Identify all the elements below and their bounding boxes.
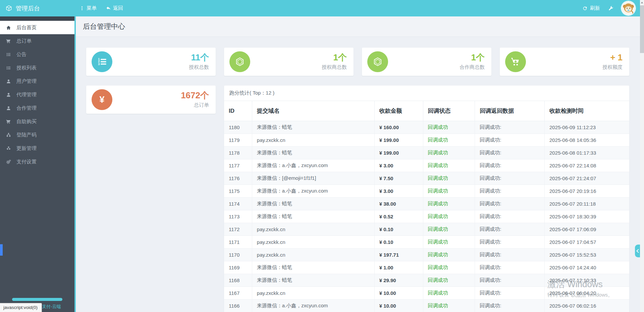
gem-icon <box>229 51 250 72</box>
table-row: 1174来源微信：蜡笔¥ 38.00回调成功回调成功:2025-06-07 20… <box>224 198 629 210</box>
back-button[interactable]: 返回 <box>106 5 123 11</box>
stats-panel: 跑分统计( Top：12 ) ID提交域名收款金额回调状态回调返回数据收款检测时… <box>224 86 629 312</box>
cell-domain: 来源微信：蜡笔 <box>252 121 374 134</box>
cell-time: 2025-06-07 22:14:08 <box>544 159 629 172</box>
cart-plus-icon <box>505 51 526 72</box>
avatar[interactable] <box>622 1 635 15</box>
sidebar-item-updates[interactable]: 更新管理 <box>0 142 74 155</box>
cell-status: 回调成功 <box>423 198 475 210</box>
sidebar-item-self-purchase[interactable]: 自助购买 <box>0 115 74 128</box>
cell-callback: 回调成功: <box>475 223 545 236</box>
cell-amount: ¥ 3.00 <box>374 185 423 198</box>
cubes-icon <box>6 146 11 151</box>
wrench-icon[interactable] <box>608 6 613 11</box>
cell-status: 回调成功 <box>423 300 475 312</box>
stat-card-auth-quota: + 1授权额度 <box>500 48 629 76</box>
cell-callback: 回调成功: <box>475 121 545 134</box>
list-icon <box>6 52 11 57</box>
column-header: 回调状态 <box>423 101 475 121</box>
cell-status: 回调成功 <box>423 249 475 261</box>
cell-domain: pay.zxckk.cn <box>252 134 374 147</box>
cell-callback: 回调成功: <box>475 300 545 312</box>
cell-id: 1179 <box>224 134 252 147</box>
collapse-tab[interactable] <box>635 245 640 257</box>
sidebar-item-auth-list[interactable]: 授权列表 <box>0 61 74 74</box>
sidebar-item-orders[interactable]: 总订单 <box>0 34 74 48</box>
stat-value: 11个 <box>189 53 209 62</box>
cell-amount: ¥ 160.00 <box>374 121 423 134</box>
stat-label: 授权额度 <box>602 64 623 70</box>
cell-callback: 回调成功: <box>475 198 545 210</box>
cell-amount: ¥ 1.00 <box>374 261 423 274</box>
stat-label: 授权商总数 <box>322 64 347 70</box>
sidebar-item-home[interactable]: 后台首页 <box>0 21 74 34</box>
scrollbar-thumb[interactable] <box>640 5 644 53</box>
payments-table: ID提交域名收款金额回调状态回调返回数据收款检测时间 1180来源微信：蜡笔¥ … <box>224 101 629 312</box>
sidebar-item-agents[interactable]: 代理管理 <box>0 88 74 101</box>
cell-callback: 回调成功: <box>475 249 545 261</box>
stat-value: 1个 <box>460 53 485 62</box>
cell-time: 2025-06-07 21:24:07 <box>544 172 629 185</box>
cell-status: 回调成功 <box>423 147 475 159</box>
stat-value: + 1 <box>602 53 623 62</box>
sidebar-item-users[interactable]: 用户管理 <box>0 74 74 88</box>
cell-id: 1170 <box>224 249 252 261</box>
cell-time: 2025-06-07 06:02:16 <box>544 300 629 312</box>
scrollbar-up-button[interactable] <box>640 0 644 5</box>
column-header: 收款金额 <box>374 101 423 121</box>
table-row: 1178来源微信：蜡笔¥ 199.00回调成功回调成功:2025-06-08 0… <box>224 147 629 159</box>
cell-domain: 来源微信：a.小鑫，zxcyun.com <box>252 159 374 172</box>
cell-time: 2025-06-07 14:24:40 <box>544 261 629 274</box>
cell-status: 回调成功 <box>423 223 475 236</box>
topbar-right: 刷新 <box>582 1 644 15</box>
cell-callback: 回调成功: <box>475 261 545 274</box>
cell-amount: ¥ 29.90 <box>374 274 423 287</box>
cogs-icon <box>6 159 11 164</box>
sidebar-footer-scrollbar[interactable] <box>12 298 62 301</box>
sidebar-item-label: 更新管理 <box>16 145 37 152</box>
cell-status: 回调成功 <box>423 134 475 147</box>
vertical-scrollbar[interactable] <box>640 0 644 312</box>
sidebar-item-label: 自助购买 <box>16 118 37 125</box>
sidebar-item-payment-settings[interactable]: 支付设置 <box>0 155 74 168</box>
brand[interactable]: 管理后台 <box>0 4 75 12</box>
refresh-icon <box>582 6 588 11</box>
topbar: 管理后台 菜单 返回 刷新 <box>0 0 644 16</box>
sidebar-item-label: 用户管理 <box>16 78 37 85</box>
cell-time: 2025-06-08 01:17:33 <box>544 147 629 159</box>
stat-card-partners-total: 1个合作商总数 <box>362 48 491 76</box>
sidebar-item-label: 合作管理 <box>16 105 37 111</box>
stat-card-body: 1672个总订单 <box>181 91 216 108</box>
cell-amount: ¥ 10.00 <box>374 287 423 300</box>
sidebar: 后台首页总订单公告授权列表用户管理代理管理合作管理自助购买登陆产码更新管理支付设… <box>0 16 74 312</box>
cell-id: 1169 <box>224 261 252 274</box>
column-header: 提交域名 <box>252 101 374 121</box>
sidebar-item-announcements[interactable]: 公告 <box>0 48 74 61</box>
cell-domain: pay.zxckk.cn <box>252 249 374 261</box>
stat-card-orders-total: ¥1672个总订单 <box>86 86 216 114</box>
sidebar-item-login-codes[interactable]: 登陆产码 <box>0 128 74 142</box>
orders-card-slot: ¥1672个总订单 <box>86 86 216 114</box>
cell-time: 2025-06-07 17:06:09 <box>544 223 629 236</box>
cell-time: 2025-06-07 18:30:39 <box>544 210 629 223</box>
cell-amount: ¥ 7.50 <box>374 172 423 185</box>
stat-card-auth-merchants: 1个授权商总数 <box>224 48 354 76</box>
main-content: 后台管理中心 12311个授权总数1个授权商总数1个合作商总数+ 1授权额度 ¥… <box>76 16 640 312</box>
table-row: 1175来源微信：a.小鑫，zxcyun.com¥ 3.00回调成功回调成功:2… <box>224 185 629 198</box>
user-icon <box>6 106 11 111</box>
cell-id: 1177 <box>224 159 252 172</box>
page-title: 后台管理中心 <box>83 22 125 31</box>
chevron-left-icon <box>636 249 639 253</box>
refresh-button[interactable]: 刷新 <box>582 5 600 11</box>
sidebar-item-label: 后台首页 <box>16 24 37 31</box>
cell-id: 1168 <box>224 274 252 287</box>
table-row: 1169来源微信：蜡笔¥ 1.00回调成功回调成功:2025-06-07 14:… <box>224 261 629 274</box>
column-header: 回调返回数据 <box>475 101 545 121</box>
sidebar-top-strip <box>0 16 74 21</box>
menu-button[interactable]: 菜单 <box>79 5 97 11</box>
cell-id: 1173 <box>224 210 252 223</box>
table-header-row: ID提交域名收款金额回调状态回调返回数据收款检测时间 <box>224 101 629 121</box>
sidebar-item-partners[interactable]: 合作管理 <box>0 101 74 115</box>
cell-domain: pay.zxckk.cn <box>252 236 374 249</box>
cell-time: 2025-06-07 20:11:18 <box>544 198 629 210</box>
